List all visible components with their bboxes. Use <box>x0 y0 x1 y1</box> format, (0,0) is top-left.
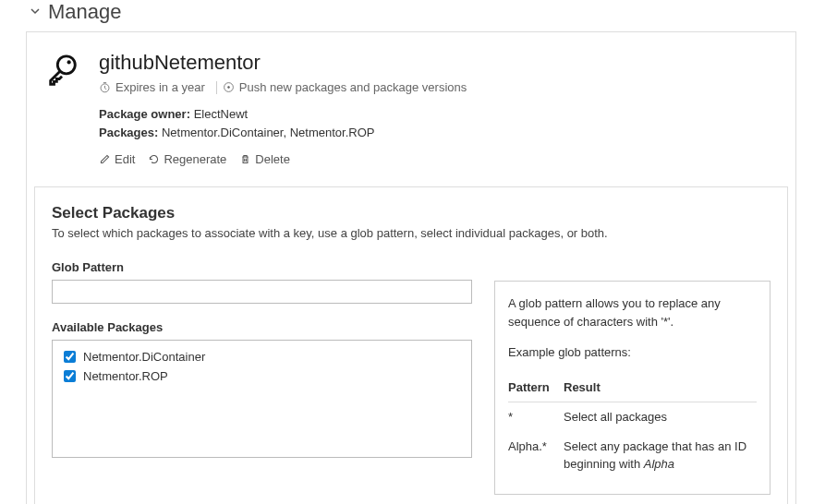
regenerate-link[interactable]: Regenerate <box>148 152 226 166</box>
table-row: Alpha.* Select any package that has an I… <box>508 432 757 479</box>
available-packages-label: Available Packages <box>52 320 472 334</box>
edit-link[interactable]: Edit <box>99 152 135 166</box>
select-packages-desc: To select which packages to associate wi… <box>52 226 771 240</box>
package-checkbox[interactable] <box>64 351 76 363</box>
package-row[interactable]: Netmentor.ROP <box>64 369 460 383</box>
packages-label: Packages: <box>99 126 158 139</box>
pattern-th: Pattern <box>508 375 564 402</box>
expires-text: Expires in a year <box>115 80 205 94</box>
key-card: githubNetementor Expires in a year Push … <box>26 31 796 504</box>
package-name: Netmentor.ROP <box>83 369 168 383</box>
package-row[interactable]: Netmentor.DiContainer <box>64 350 460 364</box>
meta-separator <box>216 81 217 94</box>
svg-point-4 <box>227 87 229 89</box>
delete-link[interactable]: Delete <box>239 152 290 166</box>
permissions-text: Push new packages and package versions <box>239 80 467 94</box>
pattern-table: Pattern Result * Select all packages Alp… <box>508 375 757 479</box>
owner-line: Package owner: ElectNewt <box>99 105 777 124</box>
hint-example-label: Example glob patterns: <box>508 343 757 362</box>
manage-header[interactable]: Manage <box>0 0 813 31</box>
glob-pattern-label: Glob Pattern <box>52 260 472 274</box>
packages-line: Packages: Netmentor.DiContainer, Netment… <box>99 124 777 142</box>
key-icon <box>45 51 90 166</box>
result-cell: Select any package that has an ID beginn… <box>564 432 757 479</box>
owner-label: Package owner: <box>99 107 190 121</box>
owner-value: ElectNewt <box>194 107 249 121</box>
permissions-meta: Push new packages and package versions <box>223 80 467 94</box>
pattern-cell: Alpha.* <box>508 432 564 479</box>
chevron-down-icon <box>30 5 41 19</box>
svg-point-1 <box>67 60 71 64</box>
packages-value: Netmentor.DiContainer, Netmentor.ROP <box>162 126 375 139</box>
select-packages-panel: Select Packages To select which packages… <box>34 186 788 504</box>
result-cell: Select all packages <box>564 402 757 432</box>
result-th: Result <box>564 375 757 402</box>
key-name: githubNetementor <box>99 51 777 75</box>
table-row: * Select all packages <box>508 402 757 432</box>
available-packages-box: Netmentor.DiContainer Netmentor.ROP <box>52 340 472 458</box>
glob-hint-box: A glob pattern allows you to replace any… <box>494 281 771 495</box>
glob-pattern-input[interactable] <box>52 280 472 304</box>
select-packages-title: Select Packages <box>52 204 771 222</box>
expires-meta: Expires in a year <box>99 80 205 94</box>
hint-intro: A glob pattern allows you to replace any… <box>508 294 757 330</box>
section-title: Manage <box>48 0 122 24</box>
regenerate-link-label: Regenerate <box>164 152 226 166</box>
edit-link-label: Edit <box>115 152 135 166</box>
package-name: Netmentor.DiContainer <box>83 350 205 364</box>
delete-link-label: Delete <box>255 152 290 166</box>
package-checkbox[interactable] <box>64 370 76 382</box>
result-em: Alpha <box>644 457 674 471</box>
pattern-cell: * <box>508 402 564 432</box>
